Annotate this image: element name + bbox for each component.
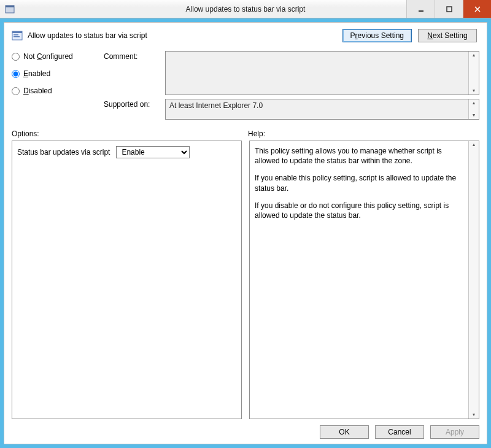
panel-labels: Options: Help:	[12, 129, 479, 138]
svg-rect-7	[14, 36, 20, 37]
prev-post: evious Setting	[358, 31, 404, 40]
radio-enabled[interactable]: Enabled	[12, 69, 104, 78]
nav-buttons: Previous Setting Next Setting	[342, 29, 477, 42]
scroll-down-icon[interactable]: ▾	[473, 412, 475, 417]
comment-scrollbar[interactable]: ▴ ▾	[468, 52, 479, 95]
scroll-down-icon[interactable]: ▾	[473, 113, 475, 118]
next-post: ext Setting	[433, 31, 468, 40]
svg-rect-6	[14, 34, 18, 36]
options-panel: Status bar updates via script Enable	[12, 141, 242, 419]
radio-disabled[interactable]: Disabled	[12, 87, 104, 95]
comment-field[interactable]: ▴ ▾	[165, 51, 479, 95]
option-select[interactable]: Enable	[116, 146, 190, 158]
previous-setting-button[interactable]: Previous Setting	[342, 29, 412, 42]
scroll-down-icon[interactable]: ▾	[473, 88, 475, 93]
cancel-button[interactable]: Cancel	[375, 425, 424, 439]
policy-icon	[12, 30, 23, 41]
help-paragraph-3: If you disable or do not configure this …	[255, 201, 463, 220]
header-row: Allow updates to status bar via script P…	[12, 29, 479, 42]
radio-enabled-label: Enabled	[23, 69, 50, 78]
close-button[interactable]	[463, 0, 491, 18]
svg-rect-3	[447, 7, 452, 12]
policy-title: Allow updates to status bar via script	[28, 31, 147, 40]
supported-value: At least Internet Explorer 7.0	[166, 99, 468, 119]
scroll-up-icon[interactable]: ▴	[473, 53, 475, 58]
dialog-buttons: OK Cancel Apply	[12, 419, 479, 439]
next-setting-button[interactable]: Next Setting	[418, 29, 477, 42]
supported-field: At least Internet Explorer 7.0 ▴ ▾	[165, 99, 479, 120]
help-body: This policy setting allows you to manage…	[250, 141, 468, 419]
state-radio-group: Not Configured Enabled Disabled	[12, 51, 104, 95]
scroll-up-icon[interactable]: ▴	[473, 101, 475, 106]
prev-pre: P	[350, 31, 355, 40]
app-icon	[5, 4, 15, 14]
svg-rect-1	[6, 6, 14, 7]
comment-label: Comment:	[104, 51, 165, 61]
radio-enabled-input[interactable]	[12, 70, 20, 78]
options-body: Status bar updates via script Enable	[12, 141, 241, 419]
apply-button[interactable]: Apply	[430, 425, 479, 439]
panels: Status bar updates via script Enable Thi…	[12, 141, 479, 419]
help-paragraph-2: If you enable this policy setting, scrip…	[255, 173, 463, 193]
option-label: Status bar updates via script	[17, 148, 110, 156]
comment-value[interactable]	[166, 52, 468, 95]
help-label: Help:	[246, 129, 479, 138]
minimize-button[interactable]	[406, 0, 435, 18]
supported-scrollbar[interactable]: ▴ ▾	[468, 99, 479, 119]
ok-button[interactable]: OK	[320, 425, 369, 439]
svg-rect-2	[419, 10, 423, 12]
dialog-window: Allow updates to status bar via script A…	[0, 0, 491, 448]
help-panel: This policy setting allows you to manage…	[249, 141, 479, 419]
svg-rect-5	[12, 31, 22, 33]
scroll-up-icon[interactable]: ▴	[473, 142, 475, 147]
supported-label: Supported on:	[104, 99, 165, 109]
options-row: Status bar updates via script Enable	[17, 146, 236, 158]
window-controls	[406, 0, 491, 18]
next-ul: N	[427, 31, 433, 40]
radio-not-configured[interactable]: Not Configured	[12, 52, 104, 61]
help-paragraph-1: This policy setting allows you to manage…	[255, 146, 463, 166]
help-scrollbar[interactable]: ▴ ▾	[468, 141, 479, 419]
titlebar: Allow updates to status bar via script	[0, 0, 491, 18]
radio-disabled-label: Disabled	[23, 87, 52, 95]
maximize-button[interactable]	[435, 0, 463, 18]
radio-not-configured-input[interactable]	[12, 53, 20, 61]
client-area: Allow updates to status bar via script P…	[4, 22, 487, 444]
config-grid: Not Configured Enabled Disabled Comment:…	[12, 51, 479, 120]
radio-not-configured-label: Not Configured	[23, 52, 73, 61]
radio-disabled-input[interactable]	[12, 87, 20, 95]
options-label: Options:	[12, 129, 246, 138]
